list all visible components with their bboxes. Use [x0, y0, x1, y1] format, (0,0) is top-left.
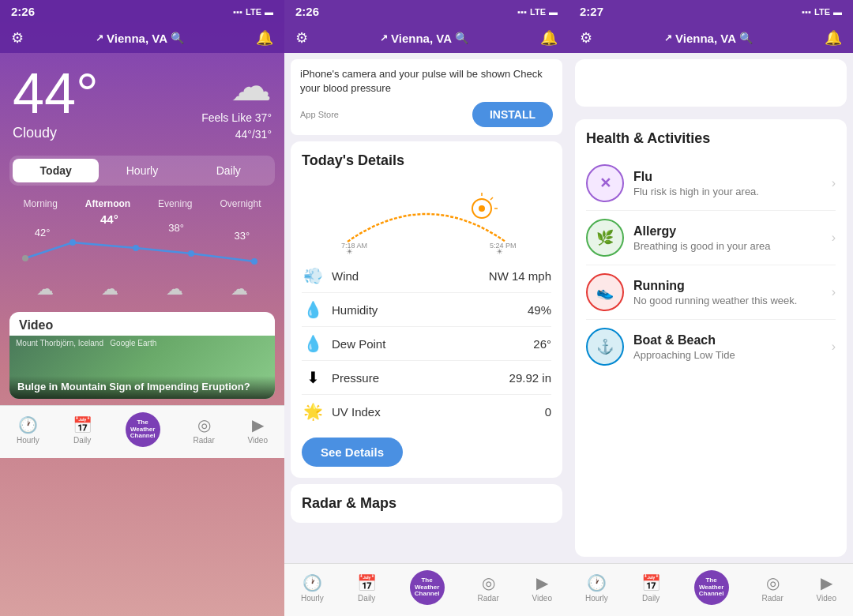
- health-title: Health & Activities: [586, 130, 836, 147]
- nav-hourly-2[interactable]: 🕐 Hourly: [301, 573, 324, 603]
- ad-banner: iPhone's camera and your pulse will be s…: [291, 59, 562, 135]
- twc-button-1[interactable]: TheWeatherChannel: [126, 412, 160, 447]
- twc-button-3[interactable]: TheWeatherChannel: [694, 570, 729, 605]
- svg-point-0: [22, 255, 28, 261]
- twc-button-2[interactable]: TheWeatherChannel: [410, 570, 445, 605]
- panel-3: 2:27 ▪▪▪ LTE ▬ ⚙ ↗ Vienna, VA 🔍 🔔 Health…: [569, 0, 853, 616]
- boat-name: Boat & Beach: [633, 333, 832, 347]
- time-evening: Evening: [158, 198, 192, 209]
- video-location: Mount Thorbjörn, Iceland Google Earth: [16, 339, 156, 347]
- bell-icon-1[interactable]: 🔔: [256, 29, 273, 47]
- signal-icon-3: ▪▪▪: [802, 7, 811, 17]
- hourly-icon-3: 🕐: [587, 573, 607, 592]
- boat-chevron-icon: ›: [832, 340, 836, 354]
- location-search-icon-2: 🔍: [455, 32, 468, 44]
- tab-today[interactable]: Today: [13, 159, 99, 182]
- boat-icon-circle: ⚓: [586, 328, 624, 366]
- location-display-1: ↗ Vienna, VA 🔍: [96, 32, 184, 45]
- nav-hourly-3[interactable]: 🕐 Hourly: [585, 573, 608, 603]
- radar-icon-2: ◎: [482, 573, 495, 592]
- nav-twc-1[interactable]: TheWeatherChannel: [126, 412, 160, 447]
- detail-row-pressure: ⬇ Pressure 29.92 in: [302, 361, 551, 395]
- cloud-evening-icon: ☁: [166, 279, 183, 299]
- feels-like-display: Feels Like 37° 44°/31°: [201, 110, 272, 143]
- see-details-button[interactable]: See Details: [302, 438, 403, 467]
- nav-hourly-1[interactable]: 🕐 Hourly: [17, 415, 39, 445]
- panel2-scroll[interactable]: iPhone's camera and your pulse will be s…: [284, 53, 569, 563]
- nav-daily-3[interactable]: 📅 Daily: [641, 573, 661, 603]
- settings-icon[interactable]: ⚙: [11, 29, 24, 47]
- boat-icon: ⚓: [596, 338, 614, 355]
- svg-point-4: [251, 258, 257, 265]
- video-label: Video: [9, 312, 275, 336]
- nav-daily-2[interactable]: 📅 Daily: [357, 573, 377, 603]
- daily-icon-3: 📅: [641, 573, 661, 592]
- pressure-icon: ⬇: [302, 368, 324, 387]
- nav-radar-1[interactable]: ◎ Radar: [193, 415, 214, 445]
- svg-line-9: [490, 197, 493, 200]
- video-icon: ▶: [252, 415, 264, 434]
- status-bar-3: 2:27 ▪▪▪ LTE ▬: [569, 0, 853, 23]
- nav-radar-label-1: Radar: [193, 436, 214, 445]
- nav-hourly-label-3: Hourly: [585, 594, 608, 603]
- nav-radar-2[interactable]: ◎ Radar: [477, 573, 498, 603]
- panel-1: 2:26 ▪▪▪ LTE ▬ ⚙ ↗ Vienna, VA 🔍 🔔 44° Cl…: [0, 0, 284, 616]
- location-search-icon: 🔍: [171, 32, 184, 44]
- radar-title: Radar & Maps: [302, 495, 551, 512]
- bell-icon-2[interactable]: 🔔: [540, 29, 558, 47]
- uv-icon: 🌟: [302, 402, 324, 421]
- wind-value: NW 14 mph: [489, 269, 551, 283]
- cloud-icon: ☁: [201, 62, 272, 110]
- allergy-icon-circle: 🌿: [586, 219, 624, 257]
- settings-icon-3[interactable]: ⚙: [580, 29, 592, 47]
- health-item-allergy[interactable]: 🌿 Allergy Breathing is good in your area…: [586, 211, 836, 265]
- location-text-1: Vienna, VA: [107, 32, 167, 45]
- weather-tabs: Today Hourly Daily: [9, 156, 275, 186]
- bell-icon-3[interactable]: 🔔: [825, 29, 842, 47]
- bottom-nav-1: 🕐 Hourly 📅 Daily TheWeatherChannel ◎ Rad…: [0, 405, 284, 458]
- install-button[interactable]: INSTALL: [472, 102, 553, 127]
- svg-point-2: [133, 245, 139, 251]
- uv-label: UV Index: [332, 405, 381, 419]
- panel-2: 2:26 ▪▪▪ LTE ▬ ⚙ ↗ Vienna, VA 🔍 🔔 iPhone…: [284, 0, 569, 616]
- allergy-icon: 🌿: [596, 229, 614, 246]
- time-1: 2:26: [11, 5, 35, 18]
- battery-icon-2: ▬: [549, 7, 558, 17]
- svg-point-3: [188, 250, 194, 257]
- radar-card: Radar & Maps: [291, 484, 562, 523]
- running-chevron-icon: ›: [832, 285, 836, 299]
- nav-hourly-label-1: Hourly: [17, 436, 39, 445]
- running-name: Running: [633, 279, 832, 293]
- settings-icon-2[interactable]: ⚙: [295, 29, 308, 47]
- battery-icon-3: ▬: [833, 7, 842, 17]
- health-item-flu[interactable]: ✕ Flu Flu risk is high in your area. ›: [586, 156, 836, 211]
- daily-icon-2: 📅: [357, 573, 377, 592]
- nav-radar-label-2: Radar: [477, 594, 498, 603]
- health-item-running[interactable]: 👟 Running No good running weather this w…: [586, 265, 836, 320]
- nav-video-1[interactable]: ▶ Video: [248, 415, 268, 445]
- sun-arc-svg: ☀ 7:18 AM ☀ 5:24 PM: [340, 178, 513, 250]
- network-label: LTE: [246, 7, 261, 17]
- nav-twc-3[interactable]: TheWeatherChannel: [694, 570, 729, 605]
- time-morning: Morning: [23, 198, 57, 209]
- health-item-boat[interactable]: ⚓ Boat & Beach Approaching Low Tide ›: [586, 320, 836, 374]
- dewpoint-label: Dew Point: [332, 337, 385, 351]
- status-icons-1: ▪▪▪ LTE ▬: [233, 7, 273, 17]
- top-nav-2: ⚙ ↗ Vienna, VA 🔍 🔔: [284, 23, 569, 53]
- nav-video-2[interactable]: ▶ Video: [532, 573, 552, 603]
- condition-display: Cloudy: [13, 125, 99, 141]
- time-labels-row: Morning Afternoon Evening Overnight: [0, 192, 284, 212]
- temperature-display: 44°: [13, 65, 99, 122]
- video-thumbnail[interactable]: Mount Thorbjörn, Iceland Google Earth Bu…: [9, 336, 275, 399]
- tab-daily[interactable]: Daily: [186, 159, 272, 182]
- nav-daily-1[interactable]: 📅 Daily: [73, 415, 92, 445]
- allergy-text: Allergy Breathing is good in your area: [633, 224, 832, 252]
- nav-twc-2[interactable]: TheWeatherChannel: [410, 570, 445, 605]
- nav-radar-3[interactable]: ◎ Radar: [761, 573, 783, 603]
- top-nav-3: ⚙ ↗ Vienna, VA 🔍 🔔: [569, 23, 853, 53]
- temp-chart: 42° 44° 38° 33°: [9, 212, 275, 276]
- flu-name: Flu: [633, 170, 832, 184]
- nav-video-3[interactable]: ▶ Video: [817, 573, 836, 603]
- daily-icon: 📅: [73, 415, 92, 434]
- tab-hourly[interactable]: Hourly: [99, 159, 185, 182]
